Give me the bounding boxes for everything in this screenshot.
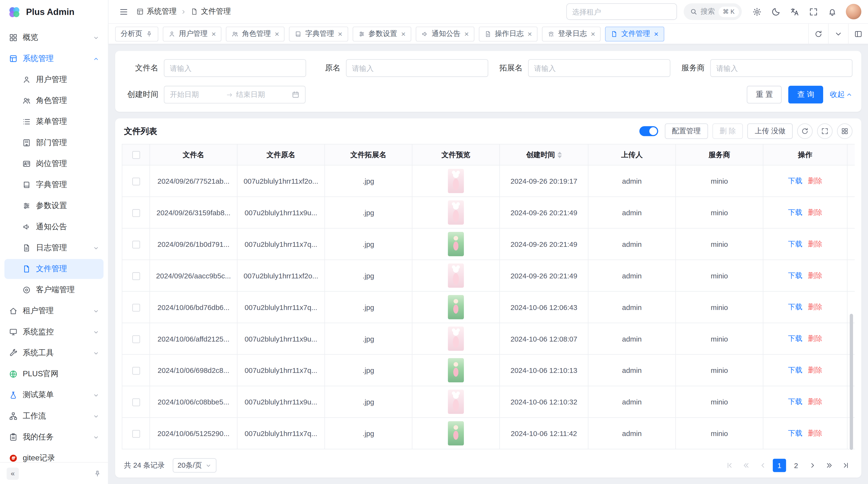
close-icon[interactable]: × — [464, 30, 469, 38]
row-delete-link[interactable]: 删除 — [808, 429, 823, 437]
filter-input-0[interactable] — [164, 59, 306, 77]
tab-item[interactable]: 分析页 — [115, 26, 158, 41]
file-preview-image[interactable] — [448, 327, 464, 351]
download-link[interactable]: 下载 — [788, 334, 802, 343]
tab-item[interactable]: 文件管理× — [605, 26, 664, 41]
upload-button[interactable]: 上传 没做 — [747, 123, 793, 139]
pin-icon[interactable] — [146, 30, 153, 37]
fullscreen-icon[interactable] — [805, 3, 822, 20]
refresh-table-icon[interactable] — [797, 123, 812, 139]
sidebar-item-posts[interactable]: 岗位管理 — [4, 154, 103, 174]
page-size-select[interactable]: 20条/页 — [173, 458, 217, 473]
download-link[interactable]: 下载 — [788, 303, 802, 311]
refresh-page-icon[interactable] — [808, 24, 828, 44]
sort-icon[interactable] — [557, 151, 562, 158]
sidebar-item-roles[interactable]: 角色管理 — [4, 91, 103, 111]
prev-pages-button[interactable] — [740, 459, 753, 472]
file-preview-image[interactable] — [448, 295, 464, 319]
download-link[interactable]: 下载 — [788, 366, 802, 374]
sidebar-item-workflow[interactable]: 工作流 — [4, 406, 103, 426]
tab-item[interactable]: 字典管理× — [289, 26, 348, 41]
tab-item[interactable]: 登录日志× — [542, 26, 601, 41]
tab-item[interactable]: 用户管理× — [163, 26, 222, 41]
layout-icon[interactable] — [848, 24, 868, 44]
sidebar-item-my-tasks[interactable]: 我的任务 — [4, 427, 103, 447]
row-checkbox[interactable] — [132, 335, 140, 343]
file-preview-image[interactable] — [448, 421, 464, 445]
file-preview-image[interactable] — [448, 358, 464, 382]
tenant-input[interactable] — [566, 3, 677, 20]
sidebar-item-tools[interactable]: 系统工具 — [4, 343, 103, 363]
download-link[interactable]: 下载 — [788, 239, 802, 248]
tab-menu-icon[interactable] — [828, 24, 848, 44]
download-link[interactable]: 下载 — [788, 397, 802, 406]
notifications-icon[interactable] — [824, 3, 840, 20]
sidebar-item-notices[interactable]: 通知公告 — [4, 217, 103, 237]
close-icon[interactable]: × — [654, 30, 658, 38]
close-icon[interactable]: × — [212, 30, 216, 38]
sidebar-item-overview[interactable]: 概览 — [4, 28, 103, 48]
next-pages-button[interactable] — [823, 459, 836, 472]
last-page-button[interactable] — [839, 459, 852, 472]
close-icon[interactable]: × — [275, 30, 279, 38]
close-icon[interactable]: × — [528, 30, 532, 38]
row-delete-link[interactable]: 删除 — [808, 366, 823, 374]
sidebar-item-files[interactable]: 文件管理 — [4, 259, 103, 279]
delete-button[interactable]: 删 除 — [712, 123, 743, 139]
row-checkbox[interactable] — [132, 240, 140, 248]
file-preview-image[interactable] — [448, 263, 464, 288]
breadcrumb-item[interactable]: 文件管理 — [190, 7, 231, 17]
sidebar-item-params[interactable]: 参数设置 — [4, 196, 103, 216]
file-preview-image[interactable] — [448, 389, 464, 414]
language-icon[interactable] — [786, 3, 803, 20]
sidebar-item-menus[interactable]: 菜单管理 — [4, 112, 103, 132]
close-icon[interactable]: × — [401, 30, 406, 38]
row-checkbox[interactable] — [132, 178, 140, 185]
download-link[interactable]: 下载 — [788, 429, 802, 437]
filter-input-3[interactable] — [710, 59, 852, 77]
row-checkbox[interactable] — [132, 209, 140, 217]
row-delete-link[interactable]: 删除 — [808, 334, 823, 343]
app-logo[interactable]: Plus Admin — [0, 0, 108, 24]
pin-icon[interactable] — [94, 470, 101, 477]
file-preview-image[interactable] — [448, 169, 464, 193]
tab-item[interactable]: 参数设置× — [352, 26, 411, 41]
first-page-button[interactable] — [723, 459, 736, 472]
sidebar-item-system[interactable]: 系统管理 — [4, 49, 103, 69]
file-preview-image[interactable] — [448, 232, 464, 256]
download-link[interactable]: 下载 — [788, 176, 802, 185]
column-settings-icon[interactable] — [837, 123, 852, 139]
select-all-checkbox[interactable] — [132, 151, 140, 159]
tab-item[interactable]: 角色管理× — [226, 26, 285, 41]
sidebar-item-logs[interactable]: 日志管理 — [4, 238, 103, 258]
row-checkbox[interactable] — [132, 272, 140, 280]
table-scrollbar[interactable] — [850, 314, 853, 450]
sidebar-item-departments[interactable]: 部门管理 — [4, 133, 103, 153]
tab-item[interactable]: 操作日志× — [479, 26, 538, 41]
row-delete-link[interactable]: 删除 — [808, 239, 823, 248]
row-delete-link[interactable]: 删除 — [808, 208, 823, 216]
close-icon[interactable]: × — [591, 30, 595, 38]
sidebar-item-users[interactable]: 用户管理 — [4, 70, 103, 90]
sidebar-item-clients[interactable]: 客户端管理 — [4, 280, 103, 300]
filter-input-1[interactable] — [346, 59, 488, 77]
sidebar-collapse-button[interactable]: « — [7, 467, 19, 480]
row-delete-link[interactable]: 删除 — [808, 176, 823, 185]
page-number-button-1[interactable]: 1 — [773, 459, 786, 472]
query-button[interactable]: 查 询 — [788, 86, 823, 103]
config-button[interactable]: 配置管理 — [665, 123, 708, 139]
prev-page-button[interactable] — [756, 459, 769, 472]
page-number-button-2[interactable]: 2 — [789, 459, 803, 472]
row-checkbox[interactable] — [132, 304, 140, 312]
sidebar-item-plus-site[interactable]: PLUS官网 — [4, 364, 103, 384]
collapse-filter-link[interactable]: 收起 — [830, 90, 852, 100]
user-avatar[interactable] — [846, 4, 861, 19]
tab-item[interactable]: 通知公告× — [416, 26, 474, 41]
breadcrumb-item[interactable]: 系统管理 — [136, 7, 177, 17]
sidebar-item-tenants[interactable]: 租户管理 — [4, 301, 103, 321]
menu-toggle-button[interactable] — [115, 3, 132, 20]
sidebar-item-test-menu[interactable]: 测试菜单 — [4, 385, 103, 405]
close-icon[interactable]: × — [338, 30, 342, 38]
row-delete-link[interactable]: 删除 — [808, 271, 823, 279]
sidebar-item-gitee[interactable]: gitee记录 — [4, 448, 103, 462]
